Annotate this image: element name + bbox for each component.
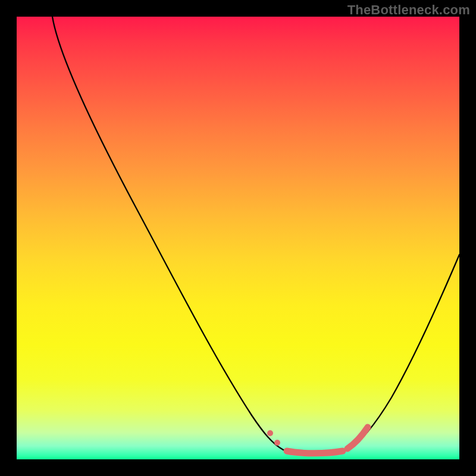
- chart-frame: TheBottleneck.com: [0, 0, 476, 476]
- curve-layer: [17, 17, 459, 459]
- marker-dot-2: [274, 440, 280, 446]
- marker-flat-segment: [287, 451, 343, 453]
- watermark-text: TheBottleneck.com: [347, 2, 470, 18]
- curve-left-branch: [52, 17, 283, 450]
- marker-dot-1: [267, 430, 273, 436]
- marker-rise-segment: [347, 427, 368, 449]
- plot-area: [17, 17, 459, 459]
- curve-right-branch: [347, 255, 459, 450]
